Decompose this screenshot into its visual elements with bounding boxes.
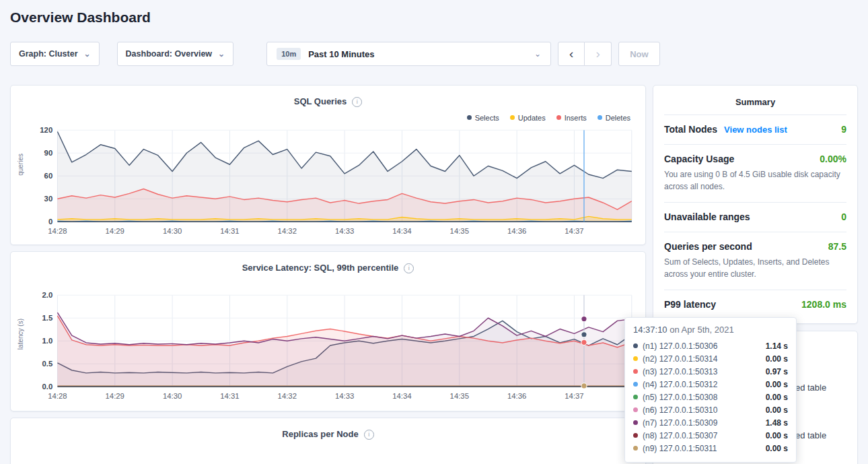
sql-queries-chart-title: SQL Queries (294, 96, 347, 106)
tooltip-node-label: (n4) 127.0.0.1:50312 (643, 380, 717, 389)
svg-text:1.0: 1.0 (42, 337, 52, 345)
svg-text:0: 0 (48, 218, 52, 226)
svg-text:14:34: 14:34 (392, 392, 411, 400)
legend-item-selects[interactable]: Selects (467, 113, 499, 122)
capacity-label: Capacity Usage (664, 154, 734, 164)
series-dot-icon (633, 395, 638, 399)
unavailable-ranges-value: 0 (834, 211, 846, 222)
tooltip-time: 14:37:10 (633, 325, 667, 335)
series-dot-icon (633, 369, 638, 374)
svg-text:14:28: 14:28 (48, 227, 67, 235)
svg-text:1.5: 1.5 (42, 314, 52, 322)
tooltip-node-value: 0.97 s (766, 367, 788, 376)
legend-dot-icon (556, 115, 561, 120)
chart-tooltip: 14:37:10 on Apr 5th, 2021 (n1) 127.0.0.1… (624, 317, 797, 463)
tooltip-node-row: (n5) 127.0.0.1:503080.00 s (633, 391, 788, 403)
series-dot-icon (633, 343, 638, 348)
svg-text:0.0: 0.0 (42, 383, 52, 391)
legend-item-updates[interactable]: Updates (510, 113, 546, 122)
svg-text:14:34: 14:34 (392, 227, 411, 235)
capacity-value: 0.00% (813, 154, 846, 164)
svg-text:90: 90 (44, 149, 53, 157)
tooltip-node-value: 0.00 s (766, 393, 788, 402)
tooltip-node-label: (n3) 127.0.0.1:50313 (643, 367, 717, 376)
svg-text:14:35: 14:35 (450, 392, 469, 400)
tooltip-node-row: (n4) 127.0.0.1:503120.00 s (633, 378, 788, 391)
chart-legend: SelectsUpdatesInsertsDeletes (20, 107, 636, 122)
tooltip-node-value: 0.00 s (766, 444, 788, 453)
tooltip-node-value: 0.00 s (766, 405, 788, 415)
tooltip-node-row: (n7) 127.0.0.1:503091.48 s (633, 416, 788, 429)
summary-row-qps: Queries per second 87.5 Sum of Selects, … (664, 232, 846, 290)
svg-text:60: 60 (44, 172, 53, 180)
tooltip-node-row: (n2) 127.0.0.1:503140.00 s (633, 352, 788, 365)
sql-queries-chart[interactable]: 030609012014:2814:2914:3014:3114:3214:33… (26, 125, 636, 237)
dashboard-dropdown-label: Dashboard: Overview (126, 49, 213, 59)
time-prev-button[interactable]: ‹ (558, 42, 585, 66)
svg-text:14:30: 14:30 (163, 227, 182, 235)
info-icon[interactable]: i (364, 430, 374, 440)
tooltip-node-value: 0.00 s (766, 380, 788, 389)
tooltip-node-label: (n5) 127.0.0.1:50308 (643, 393, 717, 402)
tooltip-node-value: 0.00 s (766, 431, 788, 440)
series-dot-icon (633, 446, 638, 451)
legend-item-deletes[interactable]: Deletes (598, 113, 630, 122)
svg-text:30: 30 (44, 195, 53, 203)
replicas-chart-title: Replicas per Node (282, 429, 358, 439)
unavailable-ranges-label: Unavailable ranges (664, 211, 750, 222)
overview-dashboard-page: Overview Dashboard Graph: Cluster ⌄ Dash… (0, 9, 868, 464)
svg-text:0.5: 0.5 (42, 360, 52, 368)
svg-text:120: 120 (40, 126, 52, 134)
tooltip-node-label: (n2) 127.0.0.1:50314 (643, 354, 717, 364)
svg-text:14:37: 14:37 (565, 392, 583, 400)
svg-text:2.0: 2.0 (42, 291, 52, 299)
legend-dot-icon (467, 115, 472, 120)
tooltip-rows: (n1) 127.0.0.1:503061.14 s(n2) 127.0.0.1… (633, 339, 788, 455)
summary-title: Summary (664, 88, 846, 114)
qps-label: Queries per second (664, 241, 752, 252)
svg-text:14:36: 14:36 (507, 227, 526, 235)
latency-chart[interactable]: 0.00.51.01.52.014:2814:2914:3014:3114:32… (26, 290, 636, 402)
summary-row-unavailable: Unavailable ranges 0 (664, 202, 846, 232)
legend-dot-icon (510, 115, 515, 120)
tooltip-node-row: (n9) 127.0.0.1:503110.00 s (633, 442, 788, 455)
summary-row-total-nodes: Total Nodes View nodes list 9 (664, 114, 846, 144)
graph-dropdown[interactable]: Graph: Cluster ⌄ (10, 42, 100, 66)
now-button[interactable]: Now (618, 42, 659, 66)
svg-text:14:31: 14:31 (220, 392, 239, 400)
replicas-chart-card: Replicas per Nodei (10, 418, 646, 464)
svg-text:14:35: 14:35 (450, 227, 469, 235)
svg-text:14:33: 14:33 (335, 227, 354, 235)
legend-item-inserts[interactable]: Inserts (556, 113, 587, 122)
svg-text:14:32: 14:32 (278, 392, 297, 400)
tooltip-header: 14:37:10 on Apr 5th, 2021 (633, 325, 788, 335)
svg-text:14:37: 14:37 (565, 227, 583, 235)
info-icon[interactable]: i (352, 97, 362, 107)
time-next-button[interactable]: › (585, 42, 612, 66)
tooltip-node-row: (n6) 127.0.0.1:503100.00 s (633, 403, 788, 416)
y-axis-label: latency (s) (17, 319, 24, 350)
info-icon[interactable]: i (404, 263, 414, 273)
time-range-badge: 10m (277, 48, 301, 60)
svg-text:14:31: 14:31 (220, 227, 239, 235)
tooltip-node-row: (n8) 127.0.0.1:503070.00 s (633, 429, 788, 442)
view-nodes-link[interactable]: View nodes list (724, 125, 787, 135)
chart-title-row: Replicas per Nodei (20, 424, 636, 440)
tooltip-node-row: (n3) 127.0.0.1:503130.97 s (633, 365, 788, 378)
svg-text:14:29: 14:29 (106, 227, 124, 235)
dashboard-dropdown[interactable]: Dashboard: Overview ⌄ (117, 42, 234, 66)
tooltip-node-label: (n6) 127.0.0.1:50310 (643, 405, 717, 415)
graph-dropdown-label: Graph: Cluster (19, 49, 78, 59)
time-range-picker[interactable]: 10m Past 10 Minutes ⌄ (266, 42, 551, 66)
tooltip-node-row: (n1) 127.0.0.1:503061.14 s (633, 339, 788, 352)
legend-dot-icon (598, 115, 602, 120)
tooltip-node-value: 1.48 s (766, 418, 788, 428)
series-dot-icon (633, 433, 638, 438)
summary-row-capacity: Capacity Usage 0.00% You are using 0 B o… (664, 144, 846, 202)
total-nodes-label: Total Nodes (664, 124, 717, 135)
qps-value: 87.5 (822, 241, 846, 252)
series-dot-icon (633, 382, 638, 387)
latency-chart-card: Service Latency: SQL, 99th percentilei l… (10, 251, 646, 411)
time-range-label: Past 10 Minutes (308, 49, 374, 59)
capacity-subtext: You are using 0 B of 4.5 GiB usable disk… (664, 168, 846, 193)
